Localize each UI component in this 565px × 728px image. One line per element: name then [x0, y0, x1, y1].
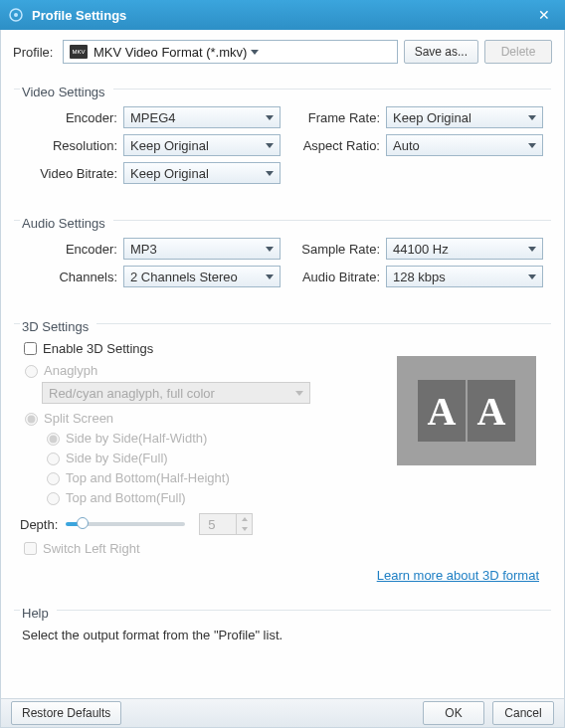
chevron-down-icon — [528, 143, 536, 148]
enable-3d-input[interactable] — [24, 342, 37, 355]
video-settings-group: Video Settings Encoder: MPEG4 Frame Rate… — [13, 76, 552, 199]
split-screen-radio-input — [25, 413, 38, 426]
audio-bitrate-combo[interactable]: 128 kbps — [386, 266, 543, 287]
video-encoder-label: Encoder: — [20, 110, 123, 125]
window-title: Profile Settings — [32, 8, 531, 23]
chevron-down-icon — [266, 115, 274, 120]
chevron-down-icon — [266, 274, 274, 279]
help-text: Select the output format from the "Profi… — [22, 628, 543, 642]
help-group: Help Select the output format from the "… — [13, 597, 552, 657]
frame-rate-label: Frame Rate: — [282, 110, 386, 125]
audio-encoder-label: Encoder: — [20, 242, 123, 257]
video-bitrate-combo[interactable]: Keep Original — [123, 162, 281, 184]
3d-legend: 3D Settings — [20, 319, 91, 334]
learn-3d-link[interactable]: Learn more about 3D format — [377, 568, 539, 583]
tab-full-radio: Top and Bottom(Full) — [42, 489, 545, 505]
chevron-down-icon — [528, 274, 536, 279]
frame-rate-combo[interactable]: Keep Original — [386, 106, 543, 128]
delete-button: Delete — [484, 40, 552, 64]
3d-preview: A A — [397, 356, 536, 465]
depth-label: Depth: — [20, 517, 58, 532]
svg-point-1 — [14, 13, 18, 17]
profile-select[interactable]: MKV MKV Video Format (*.mkv) — [63, 40, 398, 64]
restore-defaults-button[interactable]: Restore Defaults — [11, 701, 121, 725]
profile-row: Profile: MKV MKV Video Format (*.mkv) Sa… — [13, 40, 552, 64]
audio-legend: Audio Settings — [20, 216, 107, 231]
depth-row: Depth: 5 — [20, 513, 545, 535]
spin-down-icon — [236, 524, 252, 534]
aspect-ratio-label: Aspect Ratio: — [282, 138, 386, 153]
video-bitrate-label: Video Bitrate: — [20, 166, 123, 181]
chevron-down-icon — [528, 115, 536, 120]
chevron-down-icon — [266, 247, 274, 252]
video-encoder-combo[interactable]: MPEG4 — [123, 106, 281, 128]
cancel-button[interactable]: Cancel — [492, 701, 554, 725]
tab-half-radio: Top and Bottom(Half-Height) — [42, 469, 545, 485]
preview-letter-left: A — [418, 380, 466, 442]
sample-rate-combo[interactable]: 44100 Hz — [386, 238, 543, 260]
audio-bitrate-label: Audio Bitrate: — [282, 270, 386, 284]
channels-combo[interactable]: 2 Channels Stereo — [123, 266, 281, 287]
help-legend: Help — [20, 606, 51, 621]
depth-spinner: 5 — [199, 513, 253, 535]
sample-rate-label: Sample Rate: — [282, 242, 386, 257]
footer: Restore Defaults OK Cancel — [0, 698, 565, 728]
switch-lr-checkbox: Switch Left Right — [20, 539, 545, 558]
close-icon[interactable]: ✕ — [531, 4, 557, 26]
chevron-down-icon — [266, 143, 274, 148]
resolution-combo[interactable]: Keep Original — [123, 134, 281, 156]
audio-settings-group: Audio Settings Encoder: MP3 Sample Rate:… — [13, 207, 552, 302]
audio-encoder-combo[interactable]: MP3 — [123, 238, 281, 260]
anaglyph-combo: Red/cyan anaglyph, full color — [42, 382, 310, 404]
profile-value: MKV Video Format (*.mkv) — [94, 45, 247, 60]
aspect-ratio-combo[interactable]: Auto — [386, 134, 543, 156]
video-legend: Video Settings — [20, 85, 107, 99]
preview-letter-right: A — [468, 380, 515, 442]
profile-label: Profile: — [13, 45, 57, 60]
chevron-down-icon — [251, 50, 259, 55]
app-icon — [8, 7, 24, 23]
anaglyph-radio-input — [25, 365, 38, 378]
chevron-down-icon — [528, 247, 536, 252]
ok-button[interactable]: OK — [423, 701, 484, 725]
save-as-button[interactable]: Save as... — [404, 40, 478, 64]
channels-label: Channels: — [20, 270, 123, 284]
chevron-down-icon — [295, 391, 303, 396]
depth-slider[interactable] — [66, 522, 185, 526]
mkv-icon: MKV — [70, 45, 88, 59]
content-area: Profile: MKV MKV Video Format (*.mkv) Sa… — [0, 30, 565, 698]
resolution-label: Resolution: — [20, 138, 123, 153]
title-bar: Profile Settings ✕ — [0, 0, 565, 30]
slider-thumb[interactable] — [77, 517, 89, 529]
spin-up-icon — [236, 514, 252, 524]
chevron-down-icon — [266, 171, 274, 176]
